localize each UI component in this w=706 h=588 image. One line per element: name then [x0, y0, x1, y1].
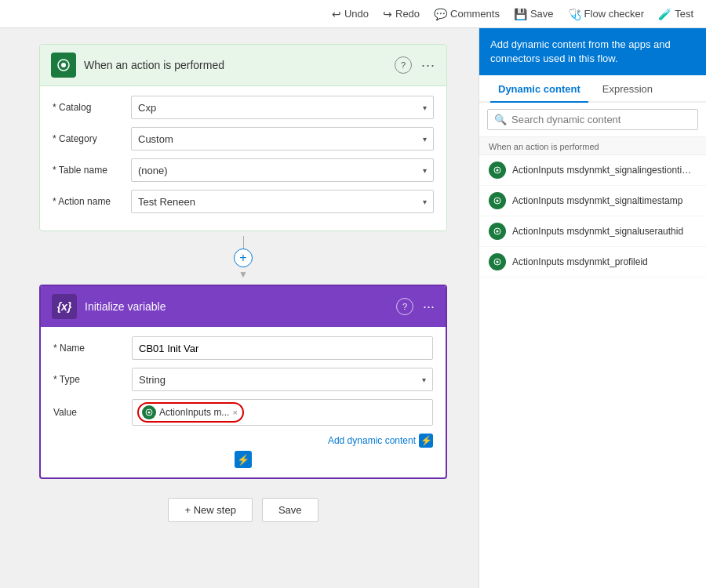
token-close-button[interactable]: × — [232, 408, 237, 417]
toolbar: ↩ Undo ↪ Redo 💬 Comments 💾 Save 🩺 Flow c… — [0, 0, 706, 28]
canvas: When an action is performed ? ··· * Cata… — [0, 28, 486, 588]
dynamic-item-icon-2 — [489, 223, 506, 240]
var-name-input[interactable] — [132, 336, 433, 360]
dynamic-item[interactable]: ActionInputs msdynmkt_signaltimestamp — [479, 186, 706, 216]
undo-icon: ↩ — [332, 8, 341, 20]
value-field[interactable]: ActionInputs m... × — [132, 399, 433, 426]
svg-point-5 — [497, 169, 499, 172]
token-icon — [142, 405, 156, 419]
test-button[interactable]: 🧪 Test — [658, 8, 693, 20]
trigger-more-button[interactable]: ··· — [421, 57, 435, 74]
svg-point-3 — [148, 412, 151, 414]
connector-1: + ▼ — [16, 236, 471, 280]
action-chevron: ▾ — [423, 198, 427, 206]
trigger-icon — [51, 53, 76, 78]
var-type-label: * Type — [53, 374, 132, 385]
comments-button[interactable]: 💬 Comments — [434, 8, 500, 20]
dynamic-item-text-2: ActionInputs msdynmkt_signaluserauthid — [512, 226, 683, 237]
save-icon: 💾 — [514, 8, 527, 20]
flow-checker-icon: 🩺 — [568, 8, 581, 20]
dynamic-item[interactable]: ActionInputs msdynmkt_signalingestiontim… — [479, 155, 706, 186]
tab-dynamic-content[interactable]: Dynamic content — [490, 75, 588, 103]
var-help-button[interactable]: ? — [396, 298, 413, 315]
bottom-icon-row: ⚡ — [53, 451, 433, 468]
svg-point-11 — [497, 261, 499, 263]
var-body: * Name * Type String ▾ Value — [41, 327, 446, 477]
table-chevron: ▾ — [423, 166, 427, 175]
var-header-left: {x} Initialize variable — [52, 294, 166, 319]
trigger-header-left: When an action is performed — [51, 53, 224, 78]
trigger-title: When an action is performed — [84, 59, 224, 71]
category-chevron: ▾ — [423, 135, 427, 143]
trigger-body: * Catalog Cxp ▾ * Category Custom ▾ * Ta… — [40, 86, 446, 230]
save-flow-button[interactable]: Save — [262, 498, 318, 522]
var-value-label: Value — [53, 407, 132, 418]
add-dynamic-link[interactable]: Add dynamic content — [328, 435, 416, 446]
test-icon: 🧪 — [658, 8, 671, 20]
save-button[interactable]: 💾 Save — [514, 8, 554, 20]
catalog-chevron: ▾ — [423, 103, 427, 112]
svg-point-1 — [61, 63, 66, 67]
connector-arrow-1: ▼ — [238, 269, 248, 280]
dynamic-panel: Add dynamic content from the apps and co… — [479, 28, 706, 588]
table-row: * Table name (none) ▾ — [53, 158, 434, 182]
catalog-row: * Catalog Cxp ▾ — [53, 96, 434, 119]
dynamic-header: Add dynamic content from the apps and co… — [479, 28, 706, 75]
action-select[interactable]: Test Reneen ▾ — [131, 190, 434, 213]
name-row: * Name — [53, 336, 433, 360]
token: ActionInputs m... × — [137, 402, 244, 423]
var-icon: {x} — [52, 294, 77, 319]
var-header: {x} Initialize variable ? ··· — [41, 286, 446, 327]
token-text: ActionInputs m... — [159, 407, 229, 418]
trigger-actions: ? ··· — [395, 56, 435, 74]
trigger-card: When an action is performed ? ··· * Cata… — [39, 44, 447, 231]
add-dynamic-row: Add dynamic content ⚡ — [53, 434, 433, 448]
category-row: * Category Custom ▾ — [53, 127, 434, 151]
dynamic-item-text-3: ActionInputs msdynmkt_profileid — [512, 256, 648, 267]
svg-point-9 — [497, 230, 499, 233]
dynamic-item[interactable]: ActionInputs msdynmkt_signaluserauthid — [479, 216, 706, 247]
dynamic-search-box[interactable]: 🔍 — [487, 109, 698, 130]
redo-button[interactable]: ↪ Redo — [383, 8, 420, 20]
dynamic-tabs: Dynamic content Expression — [479, 75, 706, 103]
undo-button[interactable]: ↩ Undo — [332, 8, 369, 20]
add-step-button[interactable]: + — [234, 249, 253, 267]
dynamic-item-icon-1 — [489, 192, 506, 209]
table-label: * Table name — [53, 165, 131, 176]
type-select[interactable]: String ▾ — [132, 368, 433, 391]
var-actions: ? ··· — [396, 298, 435, 315]
dynamic-item-icon-3 — [489, 253, 506, 270]
dynamic-item-icon-0 — [489, 162, 506, 179]
dynamic-item-text-0: ActionInputs msdynmkt_signalingestiontim… — [512, 165, 697, 176]
comments-icon: 💬 — [434, 8, 447, 20]
new-step-button[interactable]: + New step — [168, 498, 252, 522]
connector-line-1 — [243, 236, 244, 249]
type-row: * Type String ▾ — [53, 368, 433, 391]
value-row: Value ActionInputs m... × — [53, 399, 433, 426]
catalog-label: * Catalog — [53, 102, 131, 113]
table-select[interactable]: (none) ▾ — [131, 158, 434, 182]
var-more-button[interactable]: ··· — [423, 299, 435, 315]
search-icon: 🔍 — [494, 114, 507, 125]
dynamic-items: When an action is performed ActionInputs… — [479, 136, 706, 588]
redo-icon: ↪ — [383, 8, 392, 20]
trigger-help-button[interactable]: ? — [395, 56, 412, 74]
action-row: * Action name Test Reneen ▾ — [53, 190, 434, 213]
category-select[interactable]: Custom ▾ — [131, 127, 434, 151]
bottom-lightning-icon: ⚡ — [235, 451, 252, 468]
dynamic-section-label: When an action is performed — [479, 136, 706, 155]
action-label: * Action name — [53, 196, 131, 207]
flow-checker-button[interactable]: 🩺 Flow checker — [568, 8, 645, 20]
var-title: Initialize variable — [85, 300, 166, 313]
var-name-label: * Name — [53, 343, 132, 354]
action-buttons: + New step Save — [16, 498, 471, 522]
dynamic-search-input[interactable] — [511, 114, 691, 125]
dynamic-header-text: Add dynamic content from the apps and co… — [490, 38, 671, 64]
trigger-header: When an action is performed ? ··· — [40, 45, 446, 86]
type-chevron: ▾ — [422, 376, 426, 384]
catalog-select[interactable]: Cxp ▾ — [131, 96, 434, 119]
tab-expression[interactable]: Expression — [595, 75, 661, 101]
add-dynamic-icon[interactable]: ⚡ — [419, 434, 433, 448]
dynamic-item-text-1: ActionInputs msdynmkt_signaltimestamp — [512, 195, 682, 206]
dynamic-item[interactable]: ActionInputs msdynmkt_profileid — [479, 247, 706, 278]
